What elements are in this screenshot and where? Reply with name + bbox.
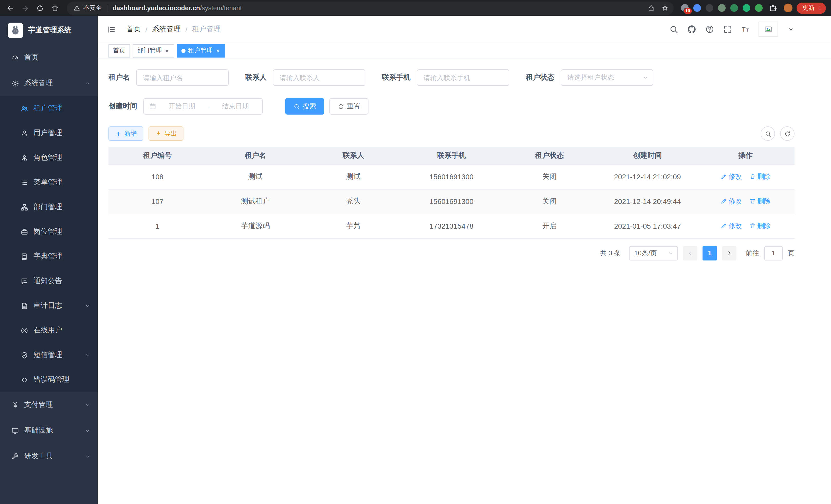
- sidebar-item-8[interactable]: 岗位管理: [0, 219, 98, 244]
- prev-page-button[interactable]: [683, 246, 697, 260]
- toggle-search-button[interactable]: [761, 126, 775, 141]
- view-tab-3[interactable]: 租户管理: [177, 44, 225, 57]
- bookmark-star-icon[interactable]: [658, 1, 672, 15]
- breadcrumb-separator: /: [185, 25, 188, 33]
- fullscreen-icon[interactable]: [722, 24, 733, 34]
- browser-menu-dots-icon[interactable]: [815, 3, 824, 12]
- page-size-select[interactable]: 10条/页: [629, 246, 678, 260]
- address-bar[interactable]: 不安全 dashboard.yudao.iocoder.cn/system/te…: [67, 1, 674, 14]
- sidebar-item-16[interactable]: 基础设施: [0, 418, 98, 443]
- sidebar-item-12[interactable]: 在线用户: [0, 318, 98, 343]
- sidebar-item-2[interactable]: 系统管理: [0, 70, 98, 96]
- tenant-status-select[interactable]: 请选择租户状态: [561, 69, 653, 86]
- sidebar-item-3[interactable]: 租户管理: [0, 96, 98, 121]
- phone-label: 联系手机: [382, 73, 411, 82]
- page-number-button[interactable]: 1: [703, 246, 717, 260]
- extension-pinned-3-icon[interactable]: [706, 4, 713, 12]
- plus-icon: [115, 130, 122, 137]
- help-icon[interactable]: [705, 24, 715, 34]
- edit-link[interactable]: 修改: [720, 197, 742, 206]
- sidebar-item-label: 研发工具: [24, 452, 53, 461]
- close-tab-icon[interactable]: [215, 48, 221, 53]
- sidebar-item-11[interactable]: 审计日志: [0, 293, 98, 318]
- security-warning-icon[interactable]: [72, 3, 81, 12]
- header-search-icon[interactable]: [668, 24, 679, 34]
- sidebar-item-4[interactable]: 用户管理: [0, 121, 98, 145]
- next-page-button[interactable]: [722, 246, 737, 260]
- security-warning-label[interactable]: 不安全: [83, 4, 102, 12]
- tenant-name-input[interactable]: [136, 69, 229, 86]
- breadcrumb-item[interactable]: 系统管理: [152, 25, 181, 34]
- total-count: 共 3 条: [600, 248, 621, 258]
- table-row-1: 108测试测试15601691300关闭2021-12-14 21:02:09修…: [109, 165, 795, 189]
- browser-forward-icon[interactable]: [18, 1, 32, 15]
- close-tab-icon[interactable]: [165, 48, 170, 53]
- browser-home-icon[interactable]: [48, 1, 62, 15]
- edit-link[interactable]: 修改: [720, 172, 742, 181]
- sidebar-item-1[interactable]: 首页: [0, 45, 98, 70]
- extension-badge: 10: [683, 8, 692, 14]
- sidebar-toggle-icon[interactable]: [105, 23, 117, 35]
- export-button[interactable]: 导出: [148, 126, 183, 141]
- github-icon[interactable]: [687, 24, 697, 34]
- edit-link[interactable]: 修改: [720, 221, 742, 231]
- breadcrumb-item[interactable]: 首页: [126, 25, 141, 34]
- sidebar-item-17[interactable]: 研发工具: [0, 443, 98, 469]
- font-size-icon[interactable]: TT: [741, 24, 751, 34]
- extension-pinned-4-icon[interactable]: [718, 4, 726, 12]
- view-tab-2[interactable]: 部门管理: [133, 44, 174, 57]
- browser-back-icon[interactable]: [3, 1, 17, 15]
- cell-tenant-id: 108: [109, 165, 206, 189]
- app-title: 芋道管理系统: [28, 26, 71, 35]
- share-icon[interactable]: [644, 1, 658, 15]
- page-content: 租户名 联系人 联系手机 租户状态 请选择租户状态: [98, 59, 831, 504]
- delete-link[interactable]: 删除: [749, 221, 771, 231]
- browser-update-button[interactable]: 更新: [797, 2, 826, 13]
- contact-input[interactable]: [273, 69, 365, 86]
- sidebar-item-9[interactable]: 字典管理: [0, 244, 98, 269]
- add-button[interactable]: 新增: [109, 126, 143, 141]
- sidebar-item-14[interactable]: 错误码管理: [0, 367, 98, 392]
- page-unit-label: 页: [788, 248, 795, 258]
- search-button[interactable]: 搜索: [285, 98, 324, 115]
- sidebar-item-10[interactable]: 通知公告: [0, 269, 98, 293]
- sidebar-item-6[interactable]: 菜单管理: [0, 170, 98, 195]
- view-tab-1[interactable]: 首页: [109, 44, 130, 57]
- tenant-name-field: 租户名: [109, 69, 229, 86]
- sidebar-item-5[interactable]: 角色管理: [0, 145, 98, 170]
- trash-icon: [749, 198, 756, 205]
- sidebar-item-13[interactable]: 短信管理: [0, 343, 98, 367]
- browser-profile-avatar[interactable]: [784, 4, 793, 12]
- active-tab-dot: [181, 49, 185, 53]
- status-placeholder: 请选择租户状态: [567, 73, 614, 82]
- delete-link[interactable]: 删除: [749, 197, 771, 206]
- view-tab-label: 租户管理: [188, 46, 213, 55]
- phone-input[interactable]: [417, 69, 509, 86]
- chevron-up-icon: [85, 80, 90, 86]
- sidebar-item-7[interactable]: 部门管理: [0, 195, 98, 219]
- goto-page-input[interactable]: [764, 246, 783, 260]
- app-logo[interactable]: 芋道管理系统: [0, 16, 98, 45]
- cell-created: 2021-12-14 20:49:44: [598, 189, 696, 214]
- create-time-range-picker[interactable]: 开始日期 - 结束日期: [143, 98, 263, 115]
- browser-reload-icon[interactable]: [33, 1, 47, 15]
- extension-pinned-7-icon[interactable]: [755, 4, 763, 12]
- extension-pinned-1-icon[interactable]: 10: [681, 4, 689, 12]
- reset-button[interactable]: 重置: [329, 98, 369, 115]
- delete-link[interactable]: 删除: [749, 172, 771, 181]
- avatar-caret-icon[interactable]: [786, 24, 796, 34]
- user-avatar[interactable]: [758, 22, 778, 37]
- shield-icon: [21, 351, 28, 359]
- search-icon: [293, 103, 300, 110]
- extension-pinned-6-icon[interactable]: [743, 4, 750, 12]
- cell-status: 关闭: [500, 165, 598, 189]
- extensions-puzzle-icon[interactable]: [766, 1, 780, 15]
- refresh-table-button[interactable]: [780, 126, 795, 141]
- reset-button-label: 重置: [347, 102, 360, 111]
- table-toolbar-right: [761, 126, 795, 141]
- sidebar-item-15[interactable]: 支付管理: [0, 392, 98, 418]
- date-start-placeholder: 开始日期: [160, 102, 203, 111]
- chevron-down-icon: [85, 402, 90, 408]
- extension-pinned-2-icon[interactable]: [693, 4, 701, 12]
- extension-pinned-5-icon[interactable]: [730, 4, 738, 12]
